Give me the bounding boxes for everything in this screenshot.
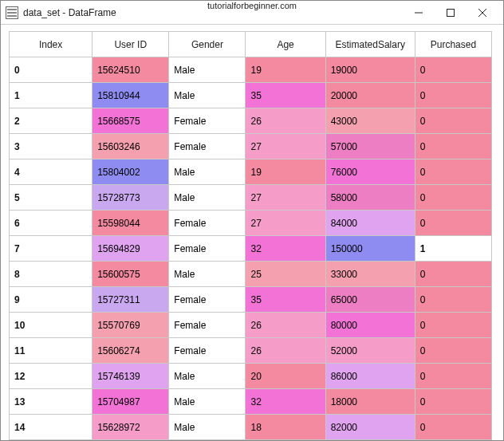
table-row[interactable]: 115810944Male35200000 — [10, 83, 492, 108]
cell-index[interactable]: 9 — [10, 287, 93, 313]
table-row[interactable]: 615598044Female27840000 — [10, 211, 492, 236]
table-row[interactable]: 415804002Male19760000 — [10, 159, 492, 185]
cell-salary[interactable]: 82000 — [325, 415, 415, 440]
cell-salary[interactable]: 20000 — [325, 83, 415, 108]
cell-purchased[interactable]: 0 — [415, 313, 491, 338]
col-header-purchased[interactable]: Purchased — [415, 32, 491, 57]
cell-gender[interactable]: Male — [169, 57, 246, 83]
table-row[interactable]: 815600575Male25330000 — [10, 262, 492, 287]
cell-salary[interactable]: 52000 — [325, 338, 415, 364]
cell-age[interactable]: 18 — [246, 415, 325, 440]
cell-gender[interactable]: Female — [169, 211, 246, 236]
table-row[interactable]: 715694829Female321500001 — [10, 236, 492, 262]
cell-gender[interactable]: Female — [169, 134, 246, 159]
cell-user-id[interactable]: 15600575 — [93, 262, 169, 287]
cell-age[interactable]: 32 — [246, 236, 325, 262]
table-row[interactable]: 515728773Male27580000 — [10, 185, 492, 211]
cell-age[interactable]: 26 — [246, 313, 325, 338]
cell-index[interactable]: 7 — [10, 236, 93, 262]
cell-user-id[interactable]: 15694829 — [93, 236, 169, 262]
cell-user-id[interactable]: 15603246 — [93, 134, 169, 159]
cell-index[interactable]: 1 — [10, 83, 93, 108]
table-row[interactable]: 915727311Female35650000 — [10, 287, 492, 313]
table-row[interactable]: 1515697686Male29800000 — [10, 440, 492, 441]
cell-index[interactable]: 13 — [10, 389, 93, 415]
cell-salary[interactable]: 43000 — [325, 108, 415, 134]
cell-age[interactable]: 27 — [246, 211, 325, 236]
cell-index[interactable]: 0 — [10, 57, 93, 83]
cell-salary[interactable]: 76000 — [325, 159, 415, 185]
cell-age[interactable]: 27 — [246, 134, 325, 159]
cell-purchased[interactable]: 0 — [415, 415, 491, 440]
cell-purchased[interactable]: 0 — [415, 211, 491, 236]
cell-index[interactable]: 15 — [10, 440, 93, 441]
cell-index[interactable]: 2 — [10, 108, 93, 134]
cell-index[interactable]: 5 — [10, 185, 93, 211]
cell-age[interactable]: 25 — [246, 262, 325, 287]
cell-user-id[interactable]: 15624510 — [93, 57, 169, 83]
cell-user-id[interactable]: 15598044 — [93, 211, 169, 236]
cell-salary[interactable]: 33000 — [325, 262, 415, 287]
cell-purchased[interactable]: 0 — [415, 262, 491, 287]
cell-gender[interactable]: Male — [169, 185, 246, 211]
cell-index[interactable]: 4 — [10, 159, 93, 185]
cell-gender[interactable]: Female — [169, 108, 246, 134]
cell-age[interactable]: 32 — [246, 389, 325, 415]
cell-gender[interactable]: Female — [169, 236, 246, 262]
cell-gender[interactable]: Male — [169, 159, 246, 185]
cell-purchased[interactable]: 0 — [415, 364, 491, 389]
cell-index[interactable]: 8 — [10, 262, 93, 287]
cell-purchased[interactable]: 1 — [415, 236, 491, 262]
table-row[interactable]: 1015570769Female26800000 — [10, 313, 492, 338]
minimize-button[interactable] — [403, 2, 435, 24]
cell-age[interactable]: 29 — [246, 440, 325, 441]
cell-salary[interactable]: 65000 — [325, 287, 415, 313]
maximize-button[interactable] — [435, 2, 467, 24]
cell-purchased[interactable]: 0 — [415, 440, 491, 441]
cell-age[interactable]: 27 — [246, 185, 325, 211]
cell-age[interactable]: 35 — [246, 83, 325, 108]
cell-purchased[interactable]: 0 — [415, 57, 491, 83]
cell-purchased[interactable]: 0 — [415, 287, 491, 313]
table-row[interactable]: 1215746139Male20860000 — [10, 364, 492, 389]
cell-user-id[interactable]: 15606274 — [93, 338, 169, 364]
cell-purchased[interactable]: 0 — [415, 159, 491, 185]
cell-age[interactable]: 20 — [246, 364, 325, 389]
cell-age[interactable]: 26 — [246, 338, 325, 364]
cell-user-id[interactable]: 15727311 — [93, 287, 169, 313]
cell-purchased[interactable]: 0 — [415, 134, 491, 159]
col-header-user-id[interactable]: User ID — [93, 32, 169, 57]
cell-user-id[interactable]: 15697686 — [93, 440, 169, 441]
cell-user-id[interactable]: 15810944 — [93, 83, 169, 108]
cell-index[interactable]: 14 — [10, 415, 93, 440]
cell-salary[interactable]: 18000 — [325, 389, 415, 415]
col-header-salary[interactable]: EstimatedSalary — [325, 32, 415, 57]
cell-purchased[interactable]: 0 — [415, 389, 491, 415]
cell-salary[interactable]: 80000 — [325, 313, 415, 338]
table-row[interactable]: 1115606274Female26520000 — [10, 338, 492, 364]
cell-age[interactable]: 35 — [246, 287, 325, 313]
close-button[interactable] — [467, 2, 498, 24]
cell-index[interactable]: 3 — [10, 134, 93, 159]
cell-user-id[interactable]: 15728773 — [93, 185, 169, 211]
cell-gender[interactable]: Male — [169, 415, 246, 440]
cell-gender[interactable]: Male — [169, 262, 246, 287]
cell-purchased[interactable]: 0 — [415, 338, 491, 364]
cell-index[interactable]: 10 — [10, 313, 93, 338]
cell-user-id[interactable]: 15804002 — [93, 159, 169, 185]
col-header-gender[interactable]: Gender — [169, 32, 246, 57]
cell-gender[interactable]: Male — [169, 83, 246, 108]
cell-purchased[interactable]: 0 — [415, 108, 491, 134]
cell-user-id[interactable]: 15746139 — [93, 364, 169, 389]
cell-salary[interactable]: 150000 — [325, 236, 415, 262]
col-header-age[interactable]: Age — [246, 32, 325, 57]
content-area[interactable]: Index User ID Gender Age EstimatedSalary… — [1, 25, 503, 440]
cell-age[interactable]: 19 — [246, 57, 325, 83]
cell-age[interactable]: 19 — [246, 159, 325, 185]
cell-age[interactable]: 26 — [246, 108, 325, 134]
cell-salary[interactable]: 86000 — [325, 364, 415, 389]
cell-user-id[interactable]: 15668575 — [93, 108, 169, 134]
cell-salary[interactable]: 84000 — [325, 211, 415, 236]
cell-salary[interactable]: 58000 — [325, 185, 415, 211]
cell-gender[interactable]: Male — [169, 389, 246, 415]
